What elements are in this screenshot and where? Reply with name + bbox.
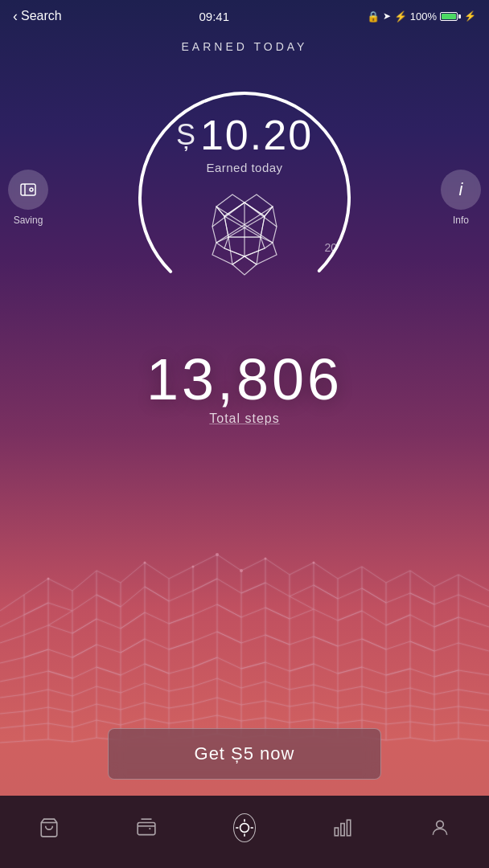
- status-left: ‹ Search: [13, 8, 62, 25]
- svg-point-55: [216, 553, 219, 556]
- svg-point-57: [265, 558, 267, 560]
- battery-percent: 100%: [410, 10, 437, 23]
- svg-point-58: [313, 562, 315, 564]
- svg-point-56: [144, 562, 146, 564]
- svg-line-35: [410, 593, 434, 604]
- cta-button[interactable]: Get Ș5 now: [108, 728, 381, 780]
- profile-icon: [429, 817, 451, 839]
- svg-line-54: [434, 670, 458, 677]
- main-content: EARNED TODAY Saving: [0, 32, 489, 426]
- amount-value: 10.20: [200, 114, 313, 156]
- location-icon: ➤: [383, 10, 391, 22]
- gauge-max-label: 20: [324, 241, 337, 254]
- page-title: EARNED TODAY: [182, 40, 308, 53]
- svg-line-43: [169, 641, 193, 649]
- saving-icon: [8, 170, 48, 210]
- svg-line-36: [434, 617, 458, 627]
- svg-line-84: [257, 237, 261, 264]
- svg-point-61: [240, 569, 243, 572]
- nav-item-shop[interactable]: [0, 817, 98, 839]
- steps-count: 13,806: [146, 350, 343, 408]
- svg-line-21: [72, 619, 97, 633]
- svg-point-64: [30, 188, 33, 191]
- home-icon: [233, 817, 256, 839]
- svg-rect-94: [347, 820, 350, 836]
- gem-graphic: [176, 190, 313, 282]
- svg-line-49: [314, 637, 338, 646]
- bluetooth-icon: ⚡: [394, 10, 407, 23]
- svg-line-51: [362, 639, 386, 649]
- currency-symbol: Ș: [176, 121, 197, 149]
- svg-line-25: [169, 615, 193, 624]
- saving-button[interactable]: Saving: [8, 170, 48, 226]
- bottom-nav: [0, 796, 489, 868]
- svg-line-31: [314, 585, 338, 599]
- svg-line-28: [241, 583, 265, 593]
- nav-item-chart[interactable]: [294, 817, 392, 839]
- svg-marker-74: [212, 243, 244, 264]
- svg-line-53: [410, 641, 434, 651]
- svg-line-40: [97, 667, 121, 675]
- back-chevron-icon: ‹: [13, 8, 18, 25]
- wallet-icon: [135, 817, 158, 839]
- gauge-center: Ș 10.20 Earned today: [176, 114, 313, 282]
- saving-label: Saving: [14, 215, 43, 226]
- nav-item-profile[interactable]: [391, 817, 489, 839]
- svg-line-20: [48, 611, 72, 625]
- info-label: Info: [453, 215, 469, 226]
- earned-label: Earned today: [176, 161, 313, 174]
- svg-line-42: [145, 664, 169, 674]
- svg-line-83: [228, 237, 232, 264]
- status-bar: ‹ Search 09:41 🔒 ➤ ⚡ 100% ⚡: [0, 0, 489, 32]
- shop-icon: [38, 817, 60, 839]
- steps-label: Total steps: [146, 411, 343, 426]
- svg-line-47: [265, 635, 290, 645]
- svg-line-38: [48, 671, 72, 678]
- svg-point-87: [240, 824, 249, 833]
- svg-line-46: [241, 662, 265, 669]
- svg-marker-75: [232, 256, 257, 275]
- svg-line-41: [121, 639, 145, 653]
- status-time: 09:41: [199, 10, 229, 23]
- steps-section: 13,806 Total steps: [146, 350, 343, 426]
- svg-line-19: [24, 603, 48, 615]
- svg-rect-92: [335, 828, 338, 836]
- nav-item-home[interactable]: [195, 817, 294, 839]
- svg-line-29: [265, 608, 290, 619]
- svg-point-59: [192, 566, 195, 568]
- nav-item-wallet[interactable]: [98, 817, 196, 839]
- back-label[interactable]: Search: [21, 9, 62, 23]
- svg-line-26: [193, 579, 217, 591]
- svg-line-23: [121, 612, 145, 628]
- svg-line-52: [386, 669, 410, 675]
- svg-line-50: [338, 667, 362, 674]
- svg-point-95: [437, 821, 444, 828]
- svg-line-32: [338, 611, 362, 620]
- svg-line-44: [193, 657, 217, 667]
- back-button[interactable]: ‹ Search: [13, 8, 62, 25]
- charging-icon: ⚡: [464, 10, 476, 22]
- earnings-gauge: Ș 10.20 Earned today: [116, 69, 373, 326]
- gauge-section: Saving Ș 10.20 Earned today: [0, 69, 489, 326]
- earnings-amount: Ș 10.20: [176, 114, 313, 156]
- info-button[interactable]: i Info: [441, 170, 481, 226]
- svg-line-34: [386, 615, 410, 625]
- svg-line-33: [362, 588, 386, 603]
- battery-icon: [440, 12, 461, 21]
- chart-icon: [331, 817, 354, 839]
- svg-marker-73: [244, 243, 277, 264]
- info-icon: i: [441, 170, 481, 210]
- svg-line-22: [97, 595, 121, 607]
- svg-rect-93: [340, 824, 343, 836]
- lock-icon: 🔒: [367, 10, 380, 23]
- svg-line-45: [217, 632, 241, 643]
- svg-line-30: [290, 596, 314, 609]
- status-right: 🔒 ➤ ⚡ 100% ⚡: [367, 10, 476, 23]
- svg-point-60: [47, 578, 50, 580]
- svg-line-27: [217, 604, 241, 617]
- svg-line-39: [72, 645, 97, 657]
- svg-line-48: [290, 664, 314, 671]
- svg-line-24: [145, 587, 169, 601]
- svg-line-37: [24, 649, 48, 657]
- svg-rect-86: [138, 823, 156, 835]
